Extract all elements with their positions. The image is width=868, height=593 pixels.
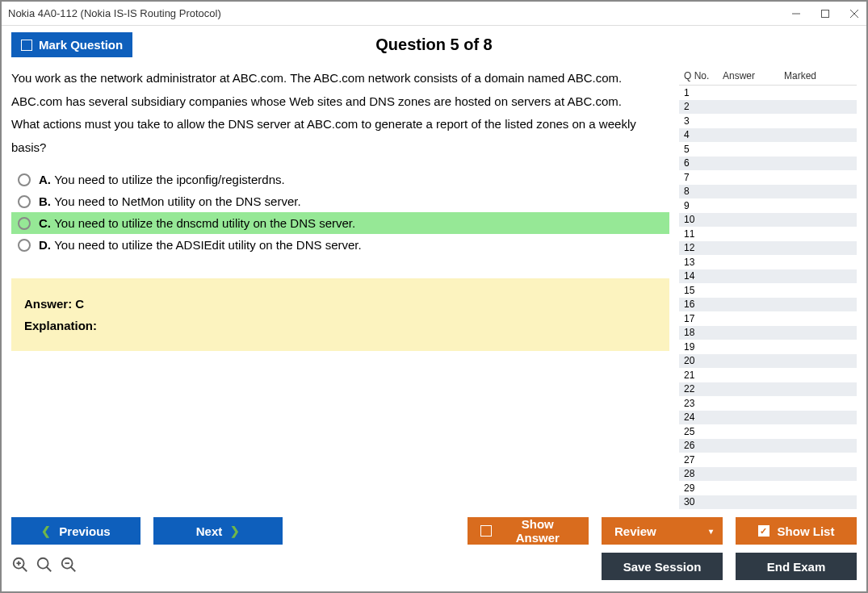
close-icon[interactable] [849,8,860,19]
maximize-icon[interactable] [820,8,831,19]
question-list-row[interactable]: 5 [679,142,857,157]
question-list-row[interactable]: 21 [679,368,857,382]
question-list-row[interactable]: 6 [679,157,857,171]
option-label: D. You need to utilize the ADSIEdit util… [39,238,362,252]
minimize-icon[interactable] [790,8,802,19]
question-list-panel: Q No. Answer Marked 12345678910111213141… [679,67,857,509]
app-window: Nokia 4A0-112 (Nokia IS-IS Routing Proto… [0,0,868,593]
option-row[interactable]: C. You need to utilize the dnscmd utilit… [11,212,669,234]
qno-cell: 22 [684,383,723,395]
zoom-reset-icon[interactable] [11,556,29,577]
question-list[interactable]: 1234567891011121314151617181920212223242… [679,85,857,509]
question-list-row[interactable]: 30 [679,495,857,510]
question-list-row[interactable]: 16 [679,298,857,312]
checkbox-checked-icon: ✓ [758,525,769,537]
svg-line-9 [47,567,52,572]
qno-cell: 17 [684,313,723,324]
review-button[interactable]: Review ▾ [602,517,723,545]
zoom-out-icon[interactable] [60,556,78,577]
zoom-controls [11,556,78,577]
end-exam-label: End Exam [767,560,826,574]
question-list-row[interactable]: 10 [679,213,857,228]
question-list-row[interactable]: 26 [679,439,857,453]
question-list-row[interactable]: 19 [679,340,857,354]
question-list-row[interactable]: 13 [679,255,857,269]
qno-cell: 1 [684,87,723,98]
option-row[interactable]: A. You need to utilize the ipconfig/regi… [11,169,669,190]
radio-icon[interactable] [18,239,31,252]
svg-point-8 [38,558,48,569]
question-list-row[interactable]: 25 [679,424,857,439]
answer-box: Answer: C Explanation: [11,278,669,351]
qno-cell: 2 [684,101,723,112]
question-list-row[interactable]: 7 [679,170,857,185]
question-list-row[interactable]: 3 [679,114,857,128]
question-list-row[interactable]: 8 [679,185,857,199]
question-line: ABC.com has several subsidiary companies… [11,90,669,114]
qno-cell: 11 [684,228,723,240]
qno-cell: 14 [684,270,723,282]
mark-question-button[interactable]: Mark Question [11,32,132,57]
options-list: A. You need to utilize the ipconfig/regi… [11,169,669,256]
question-list-row[interactable]: 15 [679,283,857,298]
window-title: Nokia 4A0-112 (Nokia IS-IS Routing Proto… [8,7,221,19]
question-list-row[interactable]: 9 [679,198,857,213]
show-list-button[interactable]: ✓ Show List [736,517,857,545]
review-label: Review [614,524,656,538]
question-list-row[interactable]: 22 [679,382,857,397]
option-label: A. You need to utilize the ipconfig/regi… [39,173,285,186]
question-list-row[interactable]: 12 [679,241,857,256]
svg-line-5 [23,567,27,572]
question-list-row[interactable]: 29 [679,481,857,495]
option-label: B. You need to NetMon utility on the DNS… [39,194,301,208]
question-list-row[interactable]: 23 [679,396,857,411]
zoom-in-icon[interactable] [36,556,53,577]
save-session-label: Save Session [623,560,702,574]
qno-cell: 20 [684,355,723,366]
explanation-label: Explanation: [24,315,656,336]
window-controls [790,8,860,19]
question-line: What actions must you take to allow the … [11,113,669,159]
next-button[interactable]: Next ❯ [153,517,283,545]
qno-cell: 19 [684,341,723,353]
question-list-row[interactable]: 17 [679,311,857,326]
question-list-row[interactable]: 18 [679,326,857,340]
question-list-row[interactable]: 1 [679,86,857,100]
button-row-2: Save Session End Exam [11,553,857,580]
qno-cell: 30 [684,496,723,507]
save-session-button[interactable]: Save Session [602,553,723,580]
question-list-row[interactable]: 27 [679,453,857,467]
radio-icon[interactable] [18,195,31,208]
question-panel: You work as the network administrator at… [11,67,669,509]
show-list-label: Show List [778,524,835,538]
previous-button[interactable]: ❮ Previous [11,517,140,545]
option-row[interactable]: B. You need to NetMon utility on the DNS… [11,190,669,212]
checkbox-icon [480,525,492,537]
qno-cell: 23 [684,398,723,409]
qno-cell: 5 [684,144,723,155]
qno-cell: 6 [684,157,723,169]
show-answer-label: Show Answer [500,517,576,545]
question-list-row[interactable]: 2 [679,100,857,115]
previous-label: Previous [59,524,110,538]
question-list-row[interactable]: 28 [679,467,857,482]
radio-icon[interactable] [18,217,31,230]
qno-cell: 10 [684,214,723,225]
question-list-row[interactable]: 20 [679,354,857,369]
next-label: Next [196,524,223,538]
question-list-row[interactable]: 24 [679,411,857,425]
end-exam-button[interactable]: End Exam [736,553,857,580]
content-area: You work as the network administrator at… [2,64,866,509]
chevron-left-icon: ❮ [41,524,51,537]
show-answer-button[interactable]: Show Answer [468,517,589,545]
qno-cell: 8 [684,186,723,197]
qno-cell: 26 [684,440,723,451]
question-list-row[interactable]: 11 [679,227,857,241]
header-bar: Mark Question Question 5 of 8 [2,26,866,64]
option-row[interactable]: D. You need to utilize the ADSIEdit util… [11,234,669,256]
radio-icon[interactable] [18,173,31,186]
question-list-row[interactable]: 14 [679,269,857,284]
answer-label: Answer: C [24,293,656,315]
checkbox-icon [21,40,32,51]
question-list-row[interactable]: 4 [679,128,857,143]
